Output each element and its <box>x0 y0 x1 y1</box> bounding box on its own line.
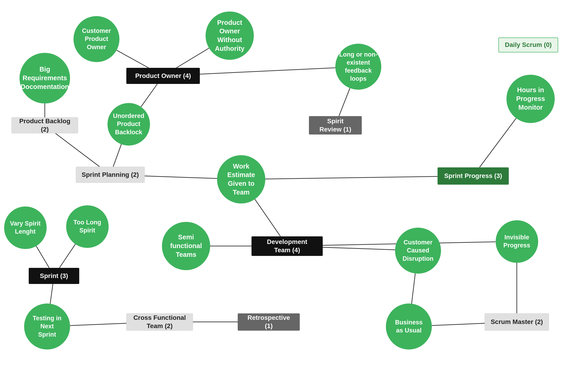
customer-product-owner: Customer ProductOwner <box>74 16 119 62</box>
svg-line-18 <box>70 323 126 325</box>
hours-in-progress: Hours inProgress Monitor <box>506 75 555 123</box>
svg-line-6 <box>55 133 100 167</box>
retrospective: Retrospective (1) <box>238 313 300 331</box>
product-owner-box: Product Owner (4) <box>126 68 200 84</box>
scrum-master: Scrum Master (2) <box>485 313 549 331</box>
daily-scrum: Daily Scrum (0) <box>499 38 558 53</box>
business-as-usual: Businessas Usual <box>386 303 432 350</box>
svg-line-17 <box>50 284 53 304</box>
svg-line-0 <box>117 50 149 68</box>
customer-disruption: CustomerCausedDisruption <box>395 228 441 274</box>
development-team: DevelopmentTeam (4) <box>252 236 323 256</box>
invisible-progress: InvisibleProgress <box>496 220 538 263</box>
svg-line-10 <box>480 118 516 167</box>
sprint-planning: Sprint Planning (2) <box>76 167 145 183</box>
long-feedback: Long or non-existent feedbackloops <box>335 44 381 90</box>
svg-line-20 <box>412 273 415 303</box>
svg-line-5 <box>339 88 350 116</box>
unordered-backlog: UnorderedProductBacklock <box>107 103 150 146</box>
vary-spirit: Vary SpiritLenght <box>4 206 47 249</box>
svg-line-9 <box>265 176 437 179</box>
diagram-container: Customer ProductOwnerProduct OwnerWithou… <box>0 0 588 378</box>
svg-line-7 <box>113 144 122 167</box>
semi-functional: Semi functionalTeams <box>162 222 210 270</box>
sprint-box: Sprint (3) <box>29 268 79 284</box>
svg-line-14 <box>255 199 281 236</box>
spirit-review: SpiritReview (1) <box>309 116 362 135</box>
testing-next-sprint: Testing in NextSprint <box>24 303 70 350</box>
svg-line-12 <box>60 244 76 268</box>
sprint-progress: Sprint Progress (3) <box>437 167 509 185</box>
svg-line-1 <box>176 48 209 68</box>
big-requirements: Big RequirementsDocomentation <box>20 53 70 104</box>
svg-line-4 <box>141 84 157 107</box>
product-backlog: Product Backlog (2) <box>12 117 78 133</box>
too-long-spirit: Too LongSpirit <box>66 205 109 248</box>
svg-line-11 <box>36 246 49 268</box>
svg-line-21 <box>432 323 485 325</box>
work-estimate: Work EstimateGiven to Team <box>217 155 265 203</box>
cross-functional: Cross FunctionalTeam (2) <box>126 313 193 331</box>
svg-line-8 <box>145 176 217 178</box>
svg-line-15 <box>323 247 395 250</box>
svg-line-3 <box>200 68 335 74</box>
product-owner-without-authority: Product OwnerWithout Authority <box>205 12 254 60</box>
